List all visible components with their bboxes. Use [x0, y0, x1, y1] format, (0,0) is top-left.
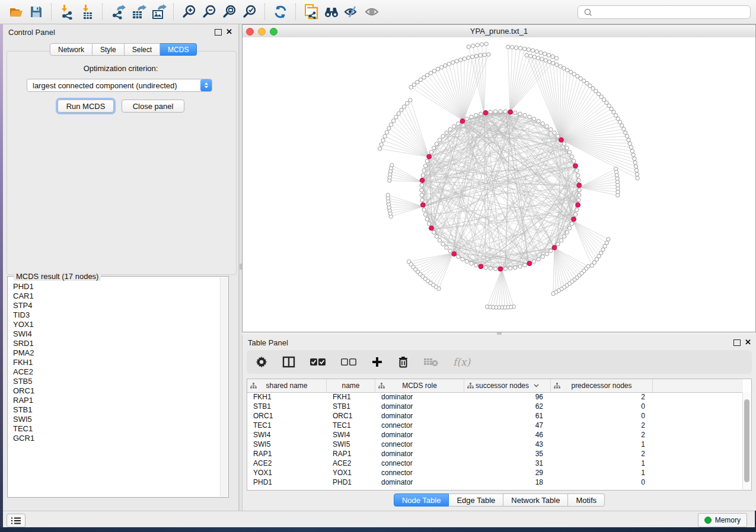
- mcds-result-item[interactable]: STB1: [8, 405, 220, 414]
- zoom-out-icon[interactable]: [199, 3, 219, 21]
- mcds-result-item[interactable]: ORC1: [8, 386, 220, 395]
- deselect-all-rows-icon[interactable]: [340, 353, 357, 371]
- mcds-result-list[interactable]: PHD1CAR1STP4TID3YOX1SWI4SRD1PMA2FKH1ACE2…: [8, 281, 220, 496]
- float-panel-icon[interactable]: [215, 29, 222, 36]
- optimization-criterion-label: Optimization criterion:: [3, 64, 238, 73]
- mcds-result-item[interactable]: YOX1: [8, 319, 220, 329]
- mcds-result-item[interactable]: ACE2: [8, 367, 220, 376]
- function-builder-icon: f(x): [453, 353, 470, 371]
- open-folder-icon[interactable]: [6, 3, 26, 21]
- column-header-name[interactable]: name: [327, 379, 375, 392]
- clone-network-document-icon[interactable]: [301, 3, 321, 21]
- export-image-icon[interactable]: [148, 3, 168, 21]
- mcds-result-item[interactable]: STP4: [8, 300, 220, 310]
- network-window-titlebar[interactable]: YPA_prune.txt_1: [243, 25, 755, 38]
- mcds-result-item[interactable]: RAP1: [8, 395, 220, 405]
- tab-network-table[interactable]: Network Table: [503, 493, 568, 507]
- tab-network[interactable]: Network: [50, 43, 92, 56]
- mcds-result-box: MCDS result (17 nodes) PHD1CAR1STP4TID3Y…: [7, 276, 229, 498]
- delete-column-icon[interactable]: [397, 353, 409, 371]
- mcds-result-item[interactable]: SRD1: [8, 338, 220, 348]
- table-row[interactable]: PHD1PHD1dominator180: [247, 477, 743, 487]
- mcds-result-item[interactable]: PHD1: [8, 281, 220, 291]
- scrollbar-thumb[interactable]: [744, 399, 749, 482]
- cell-MCDS-role: dominator: [375, 430, 464, 440]
- import-table-icon[interactable]: [77, 3, 97, 21]
- mcds-list-scrollbar[interactable]: [220, 277, 228, 496]
- show-panels-icon[interactable]: [282, 353, 295, 371]
- cell-shared-name: RAP1: [247, 449, 327, 459]
- tab-motifs[interactable]: Motifs: [568, 493, 605, 507]
- add-column-icon[interactable]: [371, 353, 383, 371]
- show-graphics-details-icon[interactable]: [362, 3, 382, 21]
- optimization-criterion-select[interactable]: largest connected component (undirected): [27, 79, 212, 92]
- export-network-icon[interactable]: [108, 3, 128, 21]
- network-canvas[interactable]: [243, 37, 755, 332]
- search-binoculars-icon[interactable]: [321, 3, 342, 21]
- memory-button[interactable]: Memory: [698, 513, 747, 527]
- table-row[interactable]: SWI4SWI4dominator462: [247, 430, 743, 440]
- tab-edge-table[interactable]: Edge Table: [449, 493, 503, 507]
- run-mcds-button[interactable]: Run MCDS: [58, 100, 114, 113]
- column-header-successor-nodes[interactable]: successor nodes: [464, 379, 551, 392]
- column-header-shared-name[interactable]: shared name: [247, 379, 327, 392]
- table-row[interactable]: ORC1ORC1dominator610: [247, 411, 743, 421]
- zoom-fit-icon[interactable]: [219, 3, 240, 21]
- table-row[interactable]: FKH1FKH1dominator962: [247, 392, 743, 402]
- cell-successor-nodes: 96: [464, 392, 551, 402]
- cell-predecessor-nodes: 1: [551, 468, 653, 477]
- mcds-result-item[interactable]: SWI4: [8, 329, 220, 338]
- float-panel-icon[interactable]: [733, 339, 741, 346]
- cell-MCDS-role: dominator: [375, 402, 464, 411]
- toolbar-separator: [173, 4, 174, 20]
- table-row[interactable]: ACE2ACE2connector311: [247, 459, 743, 468]
- close-panel-button[interactable]: Close panel: [122, 100, 184, 113]
- tab-select[interactable]: Select: [125, 43, 160, 56]
- cell-predecessor-nodes: 2: [551, 449, 653, 459]
- cell-successor-nodes: 18: [464, 477, 551, 487]
- cell-name: SWI4: [327, 430, 375, 440]
- cell-successor-nodes: 43: [464, 440, 551, 449]
- table-row[interactable]: SWI5SWI5connector431: [247, 440, 743, 449]
- tab-mcds[interactable]: MCDS: [160, 43, 197, 56]
- column-header-predecessor-nodes[interactable]: predecessor nodes: [551, 379, 653, 392]
- table-row[interactable]: TEC1TEC1connector472: [247, 421, 743, 430]
- mcds-result-item[interactable]: CAR1: [8, 291, 220, 300]
- close-panel-icon[interactable]: ✕: [226, 27, 232, 36]
- cell-successor-nodes: 31: [464, 459, 551, 468]
- close-panel-icon[interactable]: ✕: [745, 338, 751, 347]
- search-input[interactable]: [595, 6, 750, 18]
- table-scrollbar[interactable]: [742, 392, 751, 490]
- apply-layout-refresh-icon[interactable]: [270, 3, 291, 21]
- mcds-result-item[interactable]: TEC1: [8, 424, 220, 433]
- mcds-result-item[interactable]: SWI5: [8, 414, 220, 424]
- table-row[interactable]: STB1STB1dominator620: [247, 402, 743, 411]
- delete-table-icon: [423, 353, 439, 371]
- table-row[interactable]: YOX1YOX1connector291: [247, 468, 743, 477]
- toolbar-search-field[interactable]: [578, 5, 751, 19]
- zoom-in-icon[interactable]: [179, 3, 199, 21]
- column-settings-gear-icon[interactable]: [255, 353, 268, 371]
- table-row[interactable]: RAP1RAP1dominator352: [247, 449, 743, 459]
- cell-MCDS-role: dominator: [375, 449, 464, 459]
- cell-MCDS-role: connector: [375, 421, 464, 430]
- mcds-result-item[interactable]: STB5: [8, 376, 220, 386]
- mcds-result-item[interactable]: FKH1: [8, 357, 220, 367]
- tab-style[interactable]: Style: [92, 43, 125, 56]
- mcds-result-item[interactable]: PMA2: [8, 348, 220, 357]
- export-table-icon[interactable]: [128, 3, 148, 21]
- network-window-title: YPA_prune.txt_1: [243, 27, 755, 36]
- cell-name: TEC1: [327, 421, 375, 430]
- save-icon[interactable]: [26, 3, 46, 21]
- table-header-row: shared namenameMCDS rolesuccessor nodesp…: [247, 379, 743, 393]
- import-network-icon[interactable]: [57, 3, 77, 21]
- select-all-rows-icon[interactable]: [310, 353, 326, 371]
- zoom-selected-icon[interactable]: [240, 3, 260, 21]
- mcds-result-item[interactable]: TID3: [8, 310, 220, 319]
- task-history-button[interactable]: [7, 514, 25, 527]
- column-header-MCDS-role[interactable]: MCDS role: [375, 379, 464, 392]
- hide-graphics-details-icon[interactable]: [342, 3, 362, 21]
- mcds-result-item[interactable]: GCR1: [8, 433, 220, 443]
- tab-node-table[interactable]: Node Table: [394, 493, 449, 507]
- cell-shared-name: STB1: [247, 402, 327, 411]
